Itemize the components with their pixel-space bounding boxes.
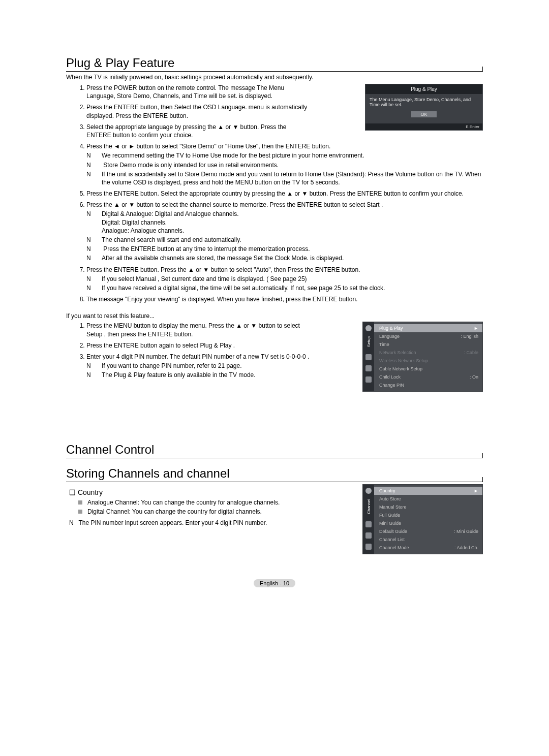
step-1: Press the POWER button on the remote con… [86,84,310,100]
note-7-1: If you select Manual , Set current date … [86,275,483,283]
setup-menu-tabs: Setup [363,322,374,391]
note-6-3: Press the ENTERE button at any time to i… [86,245,483,253]
reset-row: Press the MENU button to display the men… [66,322,483,392]
page-footer: English - 10 [66,580,483,587]
reset-step-3: Enter your 4 digit PIN number. The defau… [86,353,310,380]
reset-notes: If you want to change PIN number, refer … [86,362,310,379]
reset-note-2: The Plug & Play feature is only availabl… [86,371,310,379]
country-subheading: Country [69,488,310,496]
osd-footer: E Enter [365,123,482,130]
reset-step-2: Press the ENTERE button again to select … [86,341,310,350]
antenna-icon[interactable] [365,488,372,494]
menu-row[interactable]: Network Selection: Cable [374,349,482,357]
osd-title: Plug & Play [365,84,482,94]
menu-row-label: Cable Network Setup [379,366,422,371]
menu-row-label: Language [379,334,400,339]
menu-row[interactable]: Time [374,340,482,349]
step-6-text: Press the ▲ or ▼ button to select the ch… [86,201,383,208]
channel-menu: Channel Country►Auto StoreManual StoreFu… [362,484,483,554]
channel-menu-tabs: Channel [363,485,374,554]
chapter-channel-control: Channel Control [66,443,483,458]
menu-row-label: Child Lock [379,374,401,380]
menu-row-label: Plug & Play [379,326,403,331]
input-icon[interactable] [365,532,372,539]
note-4-2: Store Demo mode is only intended for use… [86,161,483,169]
manual-page: Plug & Play Feature When the TV is initi… [0,0,549,617]
step-4-text: Press the ◄ or ► button to select "Store… [86,143,330,150]
setup-tab-label: Setup [367,336,371,347]
menu-row[interactable]: Mini Guide [374,519,482,527]
note-6-2: The channel search will start and end au… [86,236,483,244]
note-4-3: If the unit is accidentally set to Store… [86,170,483,186]
input-icon[interactable] [365,365,372,371]
menu-row[interactable]: Channel List [374,536,482,544]
menu-row-value: : On [470,374,478,380]
step-7: Press the ENTERE button. Press the ▲ or … [86,266,483,293]
channel-tab-label: Channel [367,499,371,514]
menu-row[interactable]: Auto Store [374,495,482,503]
gear-icon[interactable] [365,521,372,527]
country-item-analogue: Analogue Channel: You can change the cou… [78,498,310,507]
menu-row-label: Auto Store [379,496,401,501]
menu-row[interactable]: Language: English [374,332,482,340]
menu-row[interactable]: Country► [374,487,482,495]
menu-row-label: Network Selection [379,350,416,355]
osd-plug-play-dialog: Plug & Play The Menu Language, Store Dem… [365,84,483,131]
menu-row[interactable]: Full Guide [374,511,482,519]
country-item-digital: Digital Channel: You can change the coun… [78,508,310,516]
steps-4-8: Press the ◄ or ► button to select "Store… [66,142,483,303]
menu-row-label: Full Guide [379,513,400,518]
menu-row[interactable]: Change PIN [374,381,482,389]
step-4: Press the ◄ or ► button to select "Store… [86,142,483,186]
reset-step-1: Press the MENU button to display the men… [86,322,310,338]
osd-ok-button[interactable]: OK [411,111,437,117]
chevron-right-icon: ► [474,488,478,493]
notes-step-6: Digital & Analogue: Digital and Analogue… [86,210,483,262]
osd-body: The Menu Language, Store Demo, Channels,… [365,94,482,123]
app-icon[interactable] [365,376,372,383]
section-storing-channels-title: Storing Channels and channel [66,466,483,482]
page-number: English - 10 [254,579,295,587]
step-8: The message "Enjoy your viewing" is disp… [86,295,483,303]
channel-menu-list: Country►Auto StoreManual StoreFull Guide… [374,485,482,554]
menu-row[interactable]: Plug & Play► [374,324,482,332]
menu-row-value: : Added Ch. [454,545,478,550]
menu-row[interactable]: Default Guide: Mini Guide [374,527,482,536]
setup-menu: Setup Plug & Play►Language: EnglishTimeN… [362,322,483,392]
country-pin-note: The PIN number input screen appears. Ent… [69,519,310,526]
country-row: Country Analogue Channel: You can change… [66,484,483,554]
reset-steps: Press the MENU button to display the men… [66,322,310,379]
note-4-1: We recommend setting the TV to Home Use … [86,151,483,160]
note-6-4: After all the available channels are sto… [86,254,483,262]
steps-1-3: Press the POWER button on the remote con… [66,84,310,139]
note-7-2: If you have received a digital signal, t… [86,284,483,292]
menu-row-value: : Mini Guide [454,529,478,534]
menu-row[interactable]: Child Lock: On [374,373,482,381]
app-icon[interactable] [365,544,372,550]
menu-row-label: Country [379,488,395,493]
menu-row[interactable]: Manual Store [374,503,482,511]
plug-play-top-row: Press the POWER button on the remote con… [66,84,483,142]
menu-row[interactable]: Cable Network Setup [374,365,482,373]
country-items: Analogue Channel: You can change the cou… [78,498,310,516]
reset-heading: If you want to reset this feature... [66,312,483,320]
menu-row-label: Default Guide [379,529,407,534]
note-6-1: Digital & Analogue: Digital and Analogue… [86,210,483,235]
step-5: Press the ENTERE button. Select the appr… [86,190,483,198]
menu-row-label: Mini Guide [379,521,401,526]
notes-step-4: We recommend setting the TV to Home Use … [86,151,483,186]
menu-row-label: Manual Store [379,505,407,510]
menu-row[interactable]: Wireless Network Setup [374,357,482,365]
menu-row-value: : Cable [464,350,478,355]
antenna-icon[interactable] [365,325,372,331]
menu-row-label: Change PIN [379,383,404,388]
section-plug-and-play-title: Plug & Play Feature [66,56,483,72]
osd-body-text: The Menu Language, Store Demo, Channels,… [370,97,471,107]
menu-row-label: Time [379,342,389,347]
notes-step-7: If you select Manual , Set current date … [86,275,483,292]
menu-row-label: Channel List [379,537,405,542]
step-7-text: Press the ENTERE button. Press the ▲ or … [86,266,360,273]
gear-icon[interactable] [365,354,372,360]
menu-row[interactable]: Channel Mode: Added Ch. [374,544,482,552]
chevron-right-icon: ► [474,326,478,331]
